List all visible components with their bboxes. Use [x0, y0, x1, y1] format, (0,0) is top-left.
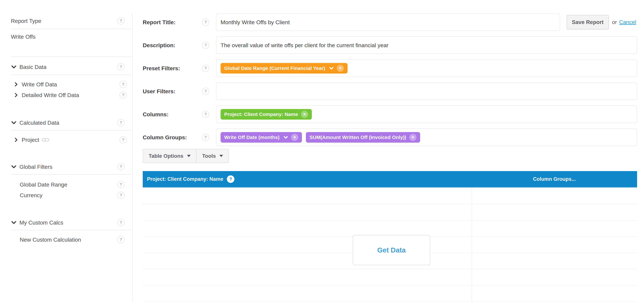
- table-toolbar: Table Options Tools: [143, 149, 229, 163]
- help-icon[interactable]: [227, 175, 234, 183]
- dropdown-caret-icon: [187, 155, 191, 157]
- report-title-label: Report Title:: [143, 19, 202, 25]
- columns-input[interactable]: Project: Client Company: Name: [216, 106, 637, 123]
- sidebar-section-calculated-data[interactable]: Calculated Data: [11, 118, 124, 127]
- section-title: Global Filters: [20, 164, 52, 170]
- divider: [11, 130, 131, 130]
- chevron-down-icon[interactable]: [329, 66, 334, 70]
- preset-filters-input[interactable]: Global Date Range (Current Financial Yea…: [216, 59, 637, 77]
- tools-label: Tools: [202, 153, 216, 159]
- chevron-right-icon: [13, 92, 19, 98]
- tools-button[interactable]: Tools: [196, 149, 229, 163]
- chevron-right-icon: [13, 137, 19, 143]
- help-icon[interactable]: [202, 18, 209, 26]
- help-icon[interactable]: [120, 136, 127, 143]
- sidebar-divider: [132, 13, 132, 302]
- table-header-column-groups: Column Groups...: [472, 171, 637, 187]
- column-pill[interactable]: Project: Client Company: Name: [220, 109, 312, 120]
- chevron-down-icon: [11, 164, 17, 170]
- item-label: Global Date Range: [20, 181, 67, 188]
- sidebar-item-write-off-data[interactable]: Write Off Data: [13, 80, 127, 89]
- columns-row: Columns: Project: Client Company: Name: [143, 106, 637, 123]
- get-data-label: Get Data: [377, 246, 406, 254]
- report-title-row: Report Title: Monthly Write Offs by Clie…: [143, 13, 637, 31]
- section-title: Basic Data: [20, 64, 46, 70]
- column-divider: [472, 188, 472, 302]
- sidebar-item-new-custom-calculation[interactable]: New Custom Calculation: [11, 235, 124, 244]
- preset-filters-label: Preset Filters:: [143, 65, 202, 71]
- item-label: Currency: [20, 192, 42, 199]
- column-groups-label: Column Groups:: [143, 134, 202, 141]
- sidebar-item-detailed-write-off-data[interactable]: Detailed Write Off Data: [13, 91, 127, 99]
- table-header: Project: Client Company: Name Column Gro…: [143, 171, 637, 188]
- sidebar-item-currency[interactable]: Currency: [11, 191, 124, 200]
- remove-pill-icon[interactable]: [301, 111, 308, 118]
- dropdown-caret-icon: [220, 155, 223, 157]
- pill-label: Project: Client Company: Name: [224, 111, 298, 117]
- report-title-input[interactable]: Monthly Write Offs by Client: [216, 13, 560, 31]
- report-builder-page: Report Type Write Offs Basic Data Write …: [0, 0, 644, 302]
- remove-pill-icon[interactable]: [337, 65, 344, 72]
- section-title: Calculated Data: [20, 120, 59, 126]
- sidebar-section-my-custom-calcs[interactable]: My Custom Calcs: [11, 218, 124, 227]
- chevron-down-icon[interactable]: [284, 135, 288, 140]
- save-report-button[interactable]: Save Report: [567, 15, 609, 29]
- divider: [11, 56, 131, 57]
- table-options-button[interactable]: Table Options: [143, 149, 196, 163]
- description-input[interactable]: The overall value of write offs per clie…: [216, 36, 637, 54]
- table-row: [143, 188, 637, 204]
- table-options-label: Table Options: [149, 153, 184, 159]
- chevron-down-icon: [11, 220, 17, 226]
- get-data-button[interactable]: Get Data: [353, 235, 430, 265]
- help-icon[interactable]: [120, 91, 127, 99]
- help-icon[interactable]: [202, 134, 209, 141]
- column-group-pill[interactable]: SUM(Amount Written Off (Invoiced Only)): [306, 132, 420, 143]
- table-row: [143, 269, 637, 286]
- sidebar-item-write-offs[interactable]: Write Offs: [11, 32, 124, 41]
- help-icon[interactable]: [117, 17, 124, 24]
- table-row: [143, 204, 637, 220]
- remove-pill-icon[interactable]: [409, 134, 416, 141]
- link-icon: [42, 138, 50, 142]
- user-filters-label: User Filters:: [143, 88, 202, 95]
- help-icon[interactable]: [117, 119, 124, 126]
- column-groups-row: Column Groups: Write Off Date (months) S…: [143, 129, 637, 146]
- cancel-link[interactable]: Cancel: [619, 19, 636, 25]
- sidebar-item-project[interactable]: Project: [13, 136, 127, 144]
- user-filters-row: User Filters:: [143, 83, 637, 100]
- sidebar-section-basic-data[interactable]: Basic Data: [11, 63, 124, 71]
- help-icon[interactable]: [117, 192, 124, 199]
- help-icon[interactable]: [117, 63, 124, 70]
- help-icon[interactable]: [202, 88, 209, 95]
- preset-filter-pill[interactable]: Global Date Range (Current Financial Yea…: [220, 63, 348, 73]
- column-groups-input[interactable]: Write Off Date (months) SUM(Amount Writt…: [216, 129, 637, 146]
- pill-label: Global Date Range (Current Financial Yea…: [224, 65, 325, 71]
- chevron-right-icon: [13, 81, 19, 87]
- divider: [11, 230, 131, 230]
- help-icon[interactable]: [117, 219, 124, 226]
- item-label: Project: [22, 137, 39, 143]
- help-icon[interactable]: [202, 111, 209, 118]
- help-icon[interactable]: [202, 42, 209, 49]
- help-icon[interactable]: [117, 236, 124, 243]
- sidebar-item-global-date-range[interactable]: Global Date Range: [11, 180, 124, 189]
- help-icon[interactable]: [117, 181, 124, 188]
- help-icon[interactable]: [202, 65, 209, 72]
- report-type-title: Report Type: [11, 18, 41, 24]
- help-icon[interactable]: [120, 81, 127, 88]
- divider: [11, 75, 131, 75]
- pill-label: Write Off Date (months): [224, 135, 280, 140]
- column-group-pill[interactable]: Write Off Date (months): [220, 132, 302, 143]
- column-header-label: Project: Client Company: Name: [147, 176, 223, 182]
- columns-label: Columns:: [143, 111, 202, 118]
- help-icon[interactable]: [117, 163, 124, 170]
- user-filters-input[interactable]: [216, 83, 637, 100]
- description-row: Description: The overall value of write …: [143, 36, 637, 54]
- sidebar-section-global-filters[interactable]: Global Filters: [11, 163, 124, 171]
- report-type-value: Write Offs: [11, 33, 36, 40]
- chevron-down-icon: [11, 120, 17, 126]
- save-report-label: Save Report: [572, 19, 604, 25]
- item-label: New Custom Calculation: [20, 237, 81, 243]
- remove-pill-icon[interactable]: [291, 134, 298, 141]
- table-header-project-client-company-name[interactable]: Project: Client Company: Name: [143, 171, 472, 187]
